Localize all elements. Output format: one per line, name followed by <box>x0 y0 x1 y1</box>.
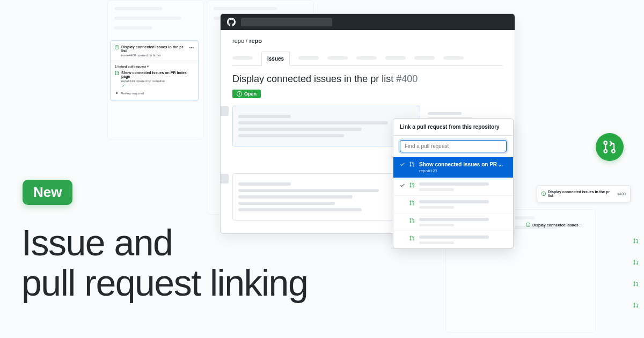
issue-title: Display connected issues in the pr list … <box>232 74 503 85</box>
new-badge: New <box>23 180 72 205</box>
dropdown-title: Link a pull request from this repository <box>393 119 513 136</box>
issue-open-icon <box>115 45 119 50</box>
issue-comment <box>232 106 420 146</box>
breadcrumb[interactable]: repo / repo <box>232 38 503 44</box>
pr-option-selected[interactable]: Show connected issues on PR ... repo#123 <box>393 157 513 178</box>
tab-insights[interactable] <box>443 56 464 60</box>
github-topbar <box>221 14 515 30</box>
linked-pr-meta: repo#123 opened by monalisa <box>121 79 194 83</box>
avatar[interactable] <box>220 106 229 116</box>
pull-request-icon <box>409 218 415 224</box>
pull-request-icon <box>633 236 639 246</box>
github-logo-icon[interactable] <box>227 18 236 26</box>
linked-pr-title[interactable]: Show connected issues on PR index page <box>121 71 194 78</box>
check-icon <box>121 84 125 88</box>
kebab-icon[interactable]: ••• <box>189 45 194 50</box>
tab-actions[interactable] <box>327 56 348 60</box>
pull-request-icon <box>633 258 639 267</box>
issue-open-icon <box>541 192 546 196</box>
check-icon <box>400 161 405 168</box>
pull-request-icon <box>409 182 415 189</box>
pr-search-input[interactable] <box>400 140 507 152</box>
repo-tabs: Issues <box>232 52 503 66</box>
pull-request-icon <box>633 300 639 310</box>
pull-request-icon <box>633 279 639 289</box>
pr-option[interactable] <box>393 196 513 214</box>
svg-point-0 <box>116 92 118 94</box>
issue-status-badge: Open <box>232 90 261 98</box>
review-status: Review required <box>121 92 144 95</box>
pull-request-icon <box>409 236 415 242</box>
pull-request-icon <box>409 161 415 168</box>
tab-wiki[interactable] <box>385 56 406 60</box>
pr-option[interactable] <box>393 231 513 248</box>
pull-request-badge-icon <box>596 133 624 161</box>
issue-mini-row[interactable]: Display connected issues ... <box>526 223 582 227</box>
issue-tooltip-card: Display connected issues in the pr list … <box>537 185 631 202</box>
card-issue-meta: issue#400 opened by hubot <box>121 54 194 57</box>
card-issue-title: Display connected issues in the pr list <box>121 45 187 53</box>
pr-option[interactable] <box>393 178 513 196</box>
issue-open-icon <box>526 223 530 227</box>
hero-title: Issue and pull request linking <box>21 223 308 303</box>
pull-request-icon <box>115 71 119 76</box>
pr-option-title: Show connected issues on PR ... <box>419 161 507 167</box>
pr-option-ref: repo#123 <box>419 168 507 173</box>
tab-prs[interactable] <box>298 56 319 60</box>
check-icon <box>400 182 405 189</box>
issue-hover-card: Display connected issues in the pr list … <box>110 40 199 100</box>
tab-projects[interactable] <box>356 56 377 60</box>
linked-pr-count: 1 linked pull request <box>115 65 146 68</box>
link-pr-dropdown: Link a pull request from this repository… <box>393 118 514 249</box>
tab-code[interactable] <box>232 56 253 60</box>
avatar[interactable] <box>220 174 229 183</box>
issue-comment <box>232 173 420 221</box>
github-search-bar[interactable] <box>241 18 332 26</box>
pr-option[interactable] <box>393 214 513 231</box>
tab-security[interactable] <box>414 56 435 60</box>
dot-fill-icon <box>115 91 119 95</box>
pull-request-icon <box>409 200 415 207</box>
tab-issues[interactable]: Issues <box>261 52 290 66</box>
tooltip-title: Display connected issues in the pr list <box>548 190 615 197</box>
